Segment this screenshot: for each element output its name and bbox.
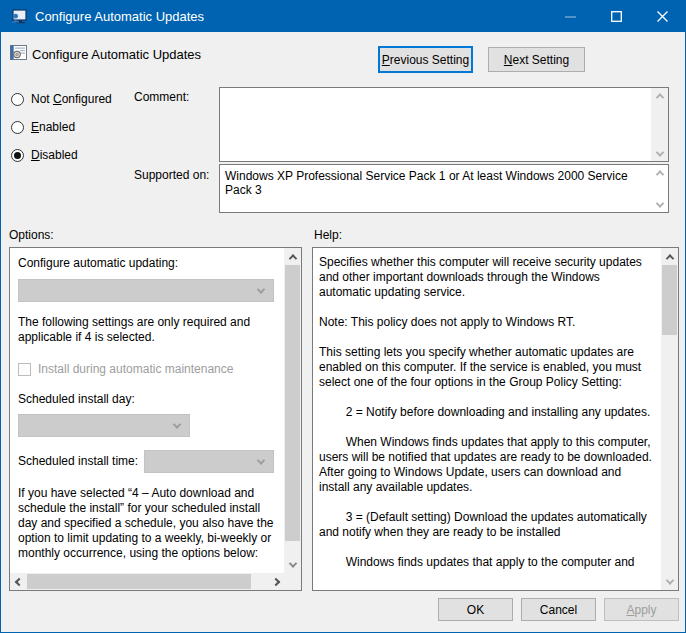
options-panel: Configure automatic updating: The follow… — [9, 247, 302, 591]
cancel-button[interactable]: Cancel — [521, 598, 596, 621]
supported-on-value: Windows XP Professional Service Pack 1 o… — [220, 165, 668, 199]
options-vertical-scrollbar[interactable] — [284, 248, 301, 573]
supported-scrollbar[interactable] — [651, 165, 668, 212]
minimize-button — [547, 1, 593, 32]
group-policy-app-icon — [11, 9, 27, 25]
scrollbar-thumb[interactable] — [285, 265, 300, 541]
window-controls — [547, 1, 685, 32]
scroll-right-arrow[interactable] — [267, 573, 284, 590]
scrollbar-thumb[interactable] — [27, 574, 251, 589]
scheduled-install-time-combo — [144, 450, 274, 473]
chevron-down-icon — [257, 456, 265, 464]
radio-label: Enabled — [31, 120, 75, 134]
scroll-left-arrow[interactable] — [10, 573, 27, 590]
maximize-icon — [611, 11, 622, 22]
help-vertical-scrollbar[interactable] — [661, 248, 678, 590]
title-bar[interactable]: Configure Automatic Updates — [1, 1, 685, 32]
setting-title: Configure Automatic Updates — [32, 47, 201, 62]
scroll-down-arrow[interactable] — [284, 556, 301, 573]
close-icon — [657, 11, 668, 22]
options-content: Configure automatic updating: The follow… — [10, 248, 284, 573]
scroll-down-arrow[interactable] — [651, 146, 668, 161]
configure-automatic-updates-dialog: Configure Automatic Updates Configure Au… — [0, 0, 686, 633]
scheduled-install-day-label: Scheduled install day: — [18, 392, 276, 407]
help-panel: Specifies whether this computer will rec… — [312, 247, 679, 591]
supported-on-label: Supported on: — [134, 168, 209, 182]
next-setting-button[interactable]: Next Setting — [488, 47, 585, 72]
radio-disabled[interactable]: Disabled — [11, 148, 78, 162]
radio-label: Disabled — [31, 148, 78, 162]
maximize-button[interactable] — [593, 1, 639, 32]
radio-circle — [11, 93, 24, 106]
help-label: Help: — [314, 228, 342, 242]
checkbox-label: Install during automatic maintenance — [38, 362, 233, 377]
comment-input[interactable] — [219, 87, 669, 162]
chevron-down-icon — [257, 285, 265, 293]
previous-setting-button[interactable]: Previous Setting — [378, 46, 473, 73]
auto-updating-combo-label: Configure automatic updating: — [18, 256, 276, 271]
chevron-down-icon — [173, 420, 181, 428]
close-button[interactable] — [639, 1, 685, 32]
radio-circle — [11, 149, 24, 162]
install-during-maintenance-checkbox: Install during automatic maintenance — [18, 362, 276, 377]
comment-scrollbar[interactable] — [651, 88, 668, 161]
window-title: Configure Automatic Updates — [35, 9, 204, 24]
options-note-2: If you have selected “4 – Auto download … — [18, 486, 276, 561]
scroll-up-arrow[interactable] — [651, 165, 668, 180]
scroll-up-arrow[interactable] — [661, 248, 678, 265]
checkbox-box — [18, 363, 31, 376]
radio-label: Not Configured — [31, 92, 112, 106]
radio-enabled[interactable]: Enabled — [11, 120, 75, 134]
scheduled-install-time-label: Scheduled install time: — [18, 454, 138, 469]
scroll-down-arrow[interactable] — [661, 573, 678, 590]
apply-button: Apply — [604, 598, 679, 621]
auto-updating-combo — [18, 279, 274, 302]
comment-label: Comment: — [134, 90, 189, 104]
scroll-up-arrow[interactable] — [651, 88, 668, 103]
scroll-down-arrow[interactable] — [651, 197, 668, 212]
scrollbar-corner — [284, 573, 301, 590]
policy-setting-icon — [10, 44, 27, 61]
options-note-1: The following settings are only required… — [18, 315, 276, 345]
options-label: Options: — [9, 228, 54, 242]
radio-circle — [11, 121, 24, 134]
options-horizontal-scrollbar[interactable] — [10, 573, 284, 590]
ok-button[interactable]: OK — [438, 598, 513, 621]
scheduled-install-time-row: Scheduled install time: — [18, 450, 276, 473]
scrollbar-thumb[interactable] — [662, 265, 677, 335]
supported-on-box: Windows XP Professional Service Pack 1 o… — [219, 164, 669, 213]
help-text: Specifies whether this computer will rec… — [313, 248, 661, 590]
scroll-up-arrow[interactable] — [284, 248, 301, 265]
minimize-icon — [565, 16, 576, 18]
radio-not-configured[interactable]: Not Configured — [11, 92, 112, 106]
scheduled-install-day-combo — [18, 414, 190, 437]
